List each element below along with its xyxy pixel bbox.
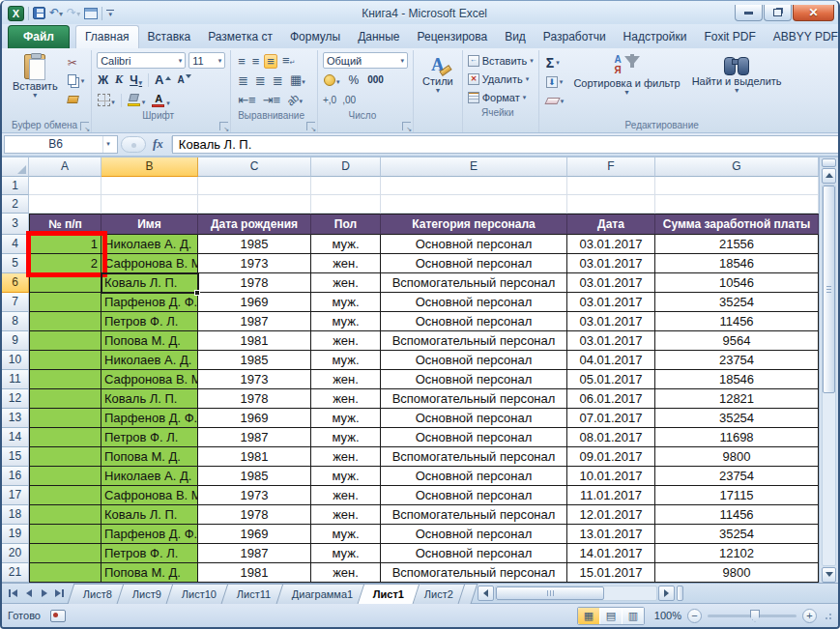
cell-G15[interactable]: 9800 xyxy=(655,447,819,467)
save-icon[interactable] xyxy=(33,7,45,19)
cell-B7[interactable]: Парфенов Д. Ф. xyxy=(101,293,198,312)
align-left-button[interactable]: ≣ xyxy=(236,73,250,88)
column-header-C[interactable]: C xyxy=(198,157,311,177)
tab-Рецензирова[interactable]: Рецензирова xyxy=(408,26,496,48)
cell-D17[interactable]: жен. xyxy=(311,486,381,505)
cell-B16[interactable]: Николаев А. Д. xyxy=(101,467,198,486)
customize-quick-access-icon[interactable]: ▾ xyxy=(106,10,114,16)
select-all-corner[interactable] xyxy=(2,157,29,177)
cell-C21[interactable]: 1981 xyxy=(198,563,311,583)
cell-F8[interactable]: 03.01.2017 xyxy=(567,312,655,331)
cell-D6[interactable]: жен. xyxy=(311,273,381,293)
cell-F4[interactable]: 03.01.2017 xyxy=(567,235,655,254)
split-handle[interactable] xyxy=(822,158,836,167)
shrink-font-button[interactable]: А xyxy=(177,74,192,85)
borders-button[interactable]: ▾ xyxy=(97,94,116,106)
cell-A8[interactable] xyxy=(29,312,101,331)
tab-Разметка ст[interactable]: Разметка ст xyxy=(199,26,281,48)
dialog-launcher-icon[interactable] xyxy=(219,122,228,130)
cell-B19[interactable]: Парфенов Д. Ф. xyxy=(101,525,198,544)
tab-Надстройки[interactable]: Надстройки xyxy=(615,26,696,48)
cell-G7[interactable]: 35254 xyxy=(655,293,819,312)
cell-E16[interactable]: Основной персонал xyxy=(381,467,567,486)
vertical-scroll-track[interactable] xyxy=(822,185,836,566)
align-right-button[interactable]: ≣ xyxy=(271,73,285,88)
column-header-D[interactable]: D xyxy=(311,157,381,177)
scroll-left-button[interactable] xyxy=(478,586,494,601)
cell-G4[interactable]: 21556 xyxy=(655,235,819,254)
restore-button[interactable] xyxy=(764,5,792,21)
align-center-button[interactable]: ≣ xyxy=(253,73,268,88)
tab-Главная[interactable]: Главная xyxy=(75,25,139,48)
cell-E4[interactable]: Основной персонал xyxy=(381,235,567,254)
cell-C7[interactable]: 1969 xyxy=(198,293,311,312)
sheet-tab-Диаграмма1[interactable]: Диаграмма1 xyxy=(275,584,368,604)
tab-ABBYY PDF T[interactable]: ABBYY PDF T xyxy=(765,26,840,48)
cell-E2[interactable] xyxy=(381,195,567,214)
insert-function-icon[interactable]: fx xyxy=(149,136,172,152)
cell-G2[interactable] xyxy=(655,195,819,214)
bold-button[interactable]: Ж xyxy=(97,73,109,87)
cell-F20[interactable]: 14.01.2017 xyxy=(567,544,655,563)
cell-F6[interactable]: 03.01.2017 xyxy=(567,273,655,293)
cut-button[interactable]: ✂ xyxy=(66,54,87,71)
cell-C2[interactable] xyxy=(198,195,311,214)
dialog-launcher-icon[interactable] xyxy=(306,122,315,130)
cell-D15[interactable]: жен. xyxy=(311,447,381,467)
cell-F18[interactable]: 12.01.2017 xyxy=(567,505,655,525)
cell-B18[interactable]: Коваль Л. П. xyxy=(101,505,198,525)
italic-button[interactable]: К xyxy=(114,72,124,87)
font-color-button[interactable]: А▾ xyxy=(151,94,171,107)
cell-F19[interactable]: 13.01.2017 xyxy=(567,525,655,544)
cell-D14[interactable]: муж. xyxy=(311,428,381,447)
cell-E7[interactable]: Основной персонал xyxy=(381,293,567,312)
cell-A19[interactable] xyxy=(29,525,101,544)
cell-E1[interactable] xyxy=(381,177,567,195)
cell-E14[interactable]: Основной персонал xyxy=(381,428,567,447)
underline-button[interactable]: Ч▾ xyxy=(129,73,143,87)
cell-F11[interactable]: 05.01.2017 xyxy=(567,370,655,389)
cell-E18[interactable]: Вспомогательный персонал xyxy=(381,505,567,525)
row-header-11[interactable]: 11 xyxy=(2,370,29,389)
cell-G10[interactable]: 23754 xyxy=(655,351,819,370)
orientation-button[interactable]: ab▾ xyxy=(285,92,304,108)
cell-A12[interactable] xyxy=(29,389,101,409)
cell-A3[interactable]: № п/п xyxy=(29,214,101,235)
cell-B9[interactable]: Попова М. Д. xyxy=(101,331,198,351)
zoom-in-button[interactable]: + xyxy=(802,609,817,623)
tab-split-handle[interactable] xyxy=(677,586,683,601)
grow-font-button[interactable]: А xyxy=(154,72,171,87)
merge-center-button[interactable]: ▦▾ xyxy=(288,72,307,89)
cell-D21[interactable]: жен. xyxy=(311,563,381,583)
tab-Формулы[interactable]: Формулы xyxy=(281,26,349,48)
font-size-select[interactable]: 11▾ xyxy=(188,52,225,69)
sort-filter-button[interactable]: АЯ Сортировка и фильтр▼ xyxy=(569,52,683,118)
vertical-scroll-thumb[interactable] xyxy=(823,186,835,393)
excel-logo-icon[interactable]: X xyxy=(8,6,24,21)
cell-G16[interactable]: 23754 xyxy=(655,467,819,486)
cell-F5[interactable]: 03.01.2017 xyxy=(567,254,655,273)
cell-C11[interactable]: 1973 xyxy=(198,370,311,389)
column-header-B[interactable]: B xyxy=(101,157,198,177)
cell-D16[interactable]: муж. xyxy=(311,467,381,486)
percent-button[interactable]: % xyxy=(348,73,361,87)
cell-G18[interactable]: 11456 xyxy=(655,505,819,525)
cell-F13[interactable]: 07.01.2017 xyxy=(567,409,655,428)
cell-D7[interactable]: муж. xyxy=(311,293,381,312)
zoom-slider[interactable] xyxy=(708,615,797,617)
dialog-launcher-icon[interactable] xyxy=(80,122,89,130)
cell-G14[interactable]: 11698 xyxy=(655,428,819,447)
cell-E9[interactable]: Вспомогательный персонал xyxy=(381,331,567,351)
cell-B20[interactable]: Петров Ф. Л. xyxy=(101,544,198,563)
align-bottom-button[interactable]: ≡ xyxy=(264,54,277,69)
cell-D19[interactable]: муж. xyxy=(311,525,381,544)
cell-E15[interactable]: Вспомогательный персонал xyxy=(381,447,567,467)
cell-C10[interactable]: 1985 xyxy=(198,351,311,370)
cell-C1[interactable] xyxy=(198,177,311,195)
cell-A5[interactable]: 2 xyxy=(29,254,101,273)
macro-record-icon[interactable] xyxy=(50,610,66,622)
cell-A2[interactable] xyxy=(29,195,101,214)
cell-B10[interactable]: Николаев А. Д. xyxy=(101,351,198,370)
scroll-right-button[interactable] xyxy=(658,586,675,601)
cell-G3[interactable]: Сумма заработной платы xyxy=(655,214,819,235)
